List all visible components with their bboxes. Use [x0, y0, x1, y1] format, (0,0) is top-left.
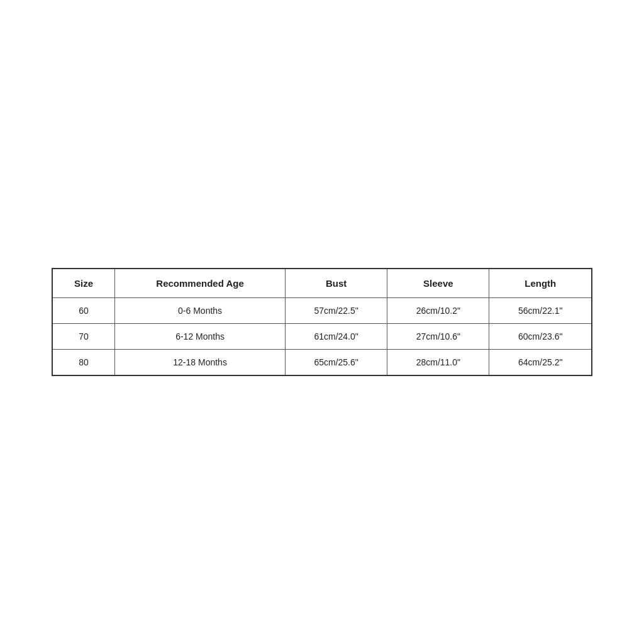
header-recommended-age: Recommended Age [115, 269, 286, 298]
cell-sleeve: 26cm/10.2" [387, 298, 489, 324]
size-chart-container: Size Recommended Age Bust Sleeve Length … [52, 268, 592, 376]
cell-age: 6-12 Months [115, 324, 286, 350]
size-chart-table: Size Recommended Age Bust Sleeve Length … [52, 268, 592, 376]
cell-length: 60cm/23.6" [489, 324, 592, 350]
table-header-row: Size Recommended Age Bust Sleeve Length [52, 269, 592, 298]
page-wrapper: Size Recommended Age Bust Sleeve Length … [0, 0, 644, 644]
header-length: Length [489, 269, 592, 298]
cell-sleeve: 28cm/11.0" [387, 350, 489, 376]
header-size: Size [52, 269, 115, 298]
cell-length: 56cm/22.1" [489, 298, 592, 324]
cell-bust: 65cm/25.6" [285, 350, 387, 376]
cell-sleeve: 27cm/10.6" [387, 324, 489, 350]
cell-age: 0-6 Months [115, 298, 286, 324]
header-sleeve: Sleeve [387, 269, 489, 298]
cell-length: 64cm/25.2" [489, 350, 592, 376]
table-row: 600-6 Months57cm/22.5"26cm/10.2"56cm/22.… [52, 298, 592, 324]
cell-bust: 57cm/22.5" [285, 298, 387, 324]
table-row: 8012-18 Months65cm/25.6"28cm/11.0"64cm/2… [52, 350, 592, 376]
table-row: 706-12 Months61cm/24.0"27cm/10.6"60cm/23… [52, 324, 592, 350]
cell-size: 70 [52, 324, 115, 350]
cell-age: 12-18 Months [115, 350, 286, 376]
header-bust: Bust [285, 269, 387, 298]
cell-size: 80 [52, 350, 115, 376]
cell-size: 60 [52, 298, 115, 324]
cell-bust: 61cm/24.0" [285, 324, 387, 350]
